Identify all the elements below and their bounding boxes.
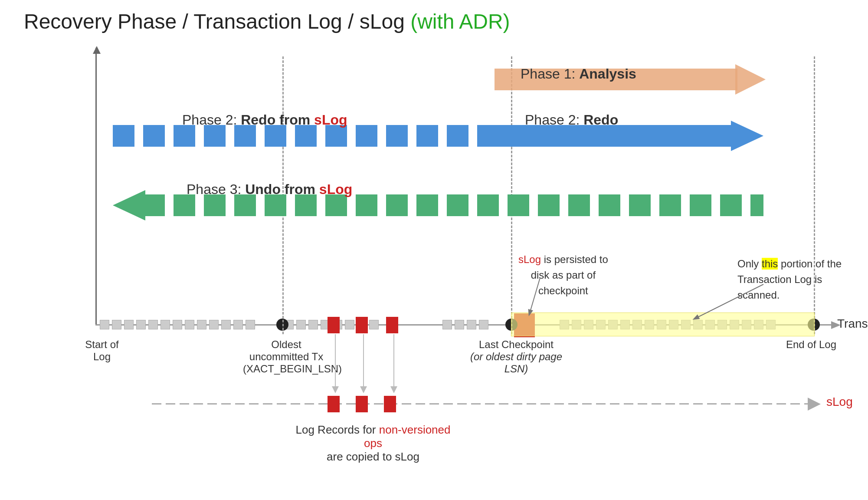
slog-red-sq-1 xyxy=(328,396,340,412)
y-axis-arrow xyxy=(93,46,101,54)
phase3-slog-label: Phase 3: Undo from sLog xyxy=(187,181,352,197)
log-records-label: Log Records for non-versioned opsare cop… xyxy=(286,423,460,464)
annotation-label: Only this portion of theTransaction Log … xyxy=(737,256,859,303)
down-arrow-3 xyxy=(390,334,397,395)
transaction-log-label: Transaction Log xyxy=(837,317,868,331)
phase1-bold: Analysis xyxy=(579,66,636,82)
arrow-undo-head xyxy=(113,190,145,220)
slog-line xyxy=(152,403,811,405)
phase3-slog-bold: Undo from sLog xyxy=(245,181,352,197)
red-sq-1 xyxy=(328,317,340,333)
log-squares-mid1 xyxy=(284,320,401,329)
oldest-uncommitted-label: Oldest uncommitted Tx (XACT_BEGIN_LSN) xyxy=(243,339,330,375)
phase1-label: Phase 1: Analysis xyxy=(521,66,636,82)
phase2-slog-label: Phase 2: Redo from sLog xyxy=(182,112,347,128)
slog-persisted-label: sLog is persisted todisk as part ofcheck… xyxy=(518,252,608,299)
end-of-log-label: End of Log xyxy=(785,339,837,351)
yellow-region xyxy=(511,312,815,336)
red-sq-3 xyxy=(386,317,398,333)
phase3-slog-red: sLog xyxy=(319,181,352,197)
log-squares-left xyxy=(100,320,269,329)
log-squares-mid2 xyxy=(442,320,501,329)
start-of-log-label: Start of Log xyxy=(76,339,128,363)
non-versioned-label: non-versioned ops xyxy=(364,423,450,450)
down-arrow-2 xyxy=(360,334,367,395)
phase2-label: Phase 2: Redo xyxy=(525,112,618,128)
phase2-bold: Redo xyxy=(583,112,618,128)
y-axis xyxy=(95,48,97,326)
phase2-slog-red: sLog xyxy=(314,112,347,128)
arrow-redo-dashed-body xyxy=(113,125,495,147)
phase2-slog-bold: Redo from sLog xyxy=(241,112,347,128)
title-part1: Recovery Phase / Transaction Log / sLog xyxy=(24,10,410,33)
main-container: Recovery Phase / Transaction Log / sLog … xyxy=(0,0,868,500)
title-part2: (with ADR) xyxy=(410,10,510,33)
arrow-analysis-head xyxy=(735,64,766,95)
red-sq-2 xyxy=(356,317,368,333)
this-highlight: this xyxy=(762,258,778,270)
arrow-undo-dashed-body xyxy=(143,194,763,216)
arrow-redo-solid-head xyxy=(731,121,763,151)
last-checkpoint-label: Last Checkpoint (or oldest dirty page LS… xyxy=(468,339,564,375)
slog-red-sq-3 xyxy=(384,396,396,412)
slog-red-sq-2 xyxy=(356,396,368,412)
arrow-redo-solid-body xyxy=(495,125,733,147)
page-title: Recovery Phase / Transaction Log / sLog … xyxy=(24,10,510,33)
slog-arrow-head xyxy=(808,398,821,411)
down-arrow-1 xyxy=(332,334,339,395)
slog-label: sLog xyxy=(826,395,853,409)
